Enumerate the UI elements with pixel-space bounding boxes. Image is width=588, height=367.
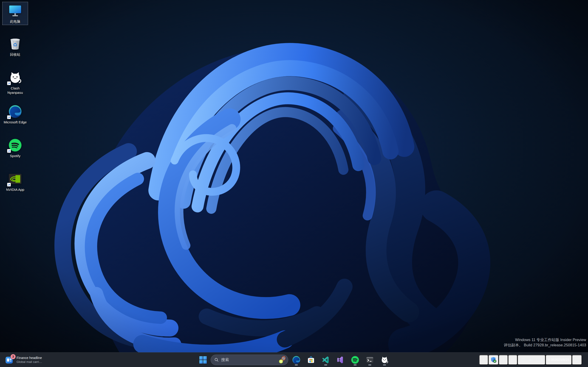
widgets-subtitle: Global mail carri… (17, 360, 42, 364)
do-not-disturb-bell-icon: z (574, 357, 580, 363)
ime-mode-button[interactable]: 拼 (508, 355, 518, 365)
watermark-line1: Windows 11 专业工作站版 Insider Preview (504, 337, 586, 342)
tray-time: 0:35 (548, 358, 554, 362)
svg-text:♻: ♻ (13, 42, 17, 48)
taskbar-app-vs-code[interactable] (319, 354, 332, 366)
start-button[interactable] (197, 354, 209, 366)
chevron-up-icon (481, 357, 486, 362)
desktop-icon-microsoft-edge[interactable]: Microsoft Edge (2, 102, 28, 126)
volume-icon (528, 357, 534, 363)
terminal-icon (365, 355, 374, 365)
network-volume-battery-button[interactable] (518, 355, 545, 365)
ime-language-button[interactable]: 中 (499, 355, 508, 365)
desktop-icon-recycle-bin[interactable]: ♻ 回收站 (2, 35, 28, 58)
widgets-badge: 3 (10, 354, 16, 359)
desktop-icon-label: Clash Nyanpasu (3, 86, 27, 95)
taskbar-app-windows-terminal[interactable] (363, 354, 376, 366)
shortcut-arrow-icon (7, 115, 11, 119)
running-indicator (324, 365, 327, 365)
desktop-icon-this-pc[interactable]: 此电脑 (2, 2, 28, 25)
taskbar-app-spotify[interactable] (348, 354, 362, 366)
spotify-icon (7, 137, 23, 153)
widgets-button[interactable]: 3 Finance headline Global mail carri… (2, 354, 44, 366)
this-pc-icon (7, 3, 23, 19)
tray-date: 2025/8/25 (554, 358, 569, 362)
desktop-icon-label: Microsoft Edge (4, 120, 27, 124)
clash-nyanpasu-icon (380, 356, 389, 364)
shortcut-arrow-icon (7, 149, 11, 153)
svg-text:z: z (578, 357, 579, 359)
search-highlight-tennis-icon[interactable] (278, 356, 286, 364)
taskbar-app-microsoft-edge[interactable] (290, 354, 303, 366)
vs-code-icon (321, 356, 330, 364)
search-placeholder: 搜索 (221, 357, 276, 362)
desktop-icon-label: 回收站 (10, 52, 20, 57)
taskbar-app-microsoft-store[interactable] (304, 354, 318, 366)
desktop-icon-label: NVIDIA App (6, 187, 24, 192)
running-indicator (354, 365, 357, 365)
desktop-icon-spotify[interactable]: Spotify (2, 136, 28, 159)
desktop: 此电脑 ♻ 回收站 Clash Nyanpasu Microsoft Edge (0, 0, 588, 367)
widgets-headline: Finance headline (17, 356, 42, 360)
shortcut-arrow-icon (7, 183, 11, 186)
clash-nyanpasu-icon (7, 70, 23, 85)
search-input[interactable]: 搜索 (211, 355, 288, 365)
spotify-icon (351, 355, 360, 365)
insider-watermark: Windows 11 专业工作站版 Insider Preview 评估副本。 … (504, 337, 586, 348)
search-icon (214, 358, 219, 362)
wifi-icon (520, 357, 526, 363)
edge-icon (7, 104, 23, 119)
battery-charging-icon (536, 357, 543, 362)
taskbar-app-clash-nyanpasu[interactable] (378, 354, 391, 366)
running-indicator (368, 365, 372, 365)
desktop-icon-clash-nyanpasu[interactable]: Clash Nyanpasu (2, 69, 28, 96)
nvidia-app-icon (7, 171, 23, 187)
windows-logo-icon (199, 356, 207, 364)
visual-studio-icon (336, 356, 345, 364)
clock-button[interactable]: 0:35 2025/8/25 (545, 355, 572, 365)
shortcut-arrow-icon (7, 81, 11, 85)
notification-center-button[interactable]: z (572, 355, 582, 365)
desktop-icon-nvidia-app[interactable]: NVIDIA App (2, 170, 28, 193)
recycle-bin-icon: ♻ (7, 36, 23, 52)
tray-chevron-up-button[interactable] (479, 355, 488, 365)
wallpaper-bloom (0, 0, 588, 367)
desktop-icon-label: 此电脑 (10, 19, 20, 24)
security-shield-icon (490, 357, 497, 363)
edge-icon (292, 355, 301, 365)
watermark-line2: 评估副本。 Build 27928.br_release.250815-1403 (504, 342, 586, 348)
taskbar-app-visual-studio[interactable] (334, 354, 347, 366)
windows-security-button[interactable] (488, 355, 499, 365)
microsoft-store-icon (306, 355, 316, 365)
taskbar: 3 Finance headline Global mail carri… (0, 352, 588, 367)
running-indicator (383, 365, 386, 365)
desktop-icon-label: Spotify (10, 154, 20, 158)
running-indicator (295, 365, 298, 365)
